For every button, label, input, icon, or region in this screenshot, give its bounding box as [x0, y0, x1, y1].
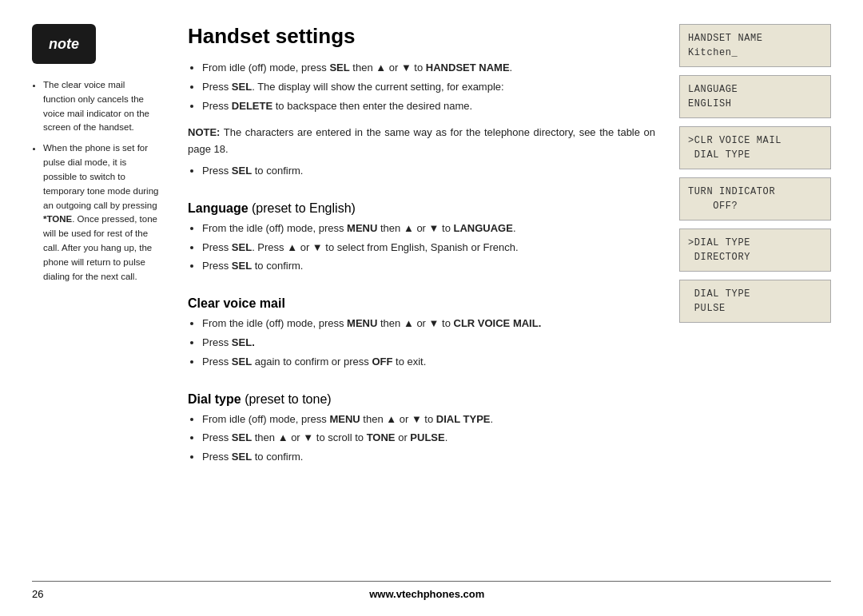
confirm-bullet-top: Press SEL to confirm.: [188, 163, 655, 182]
lcd-2-line-2: ENGLISH: [688, 97, 822, 111]
lcd-screen-5: >DIAL TYPE DIRECTORY: [679, 229, 831, 272]
section-clear-voicemail: Clear voice mail: [188, 296, 655, 311]
language-suffix: (preset to English): [252, 201, 356, 215]
lang-bullet-2: Press SEL. Press ▲ or ▼ to select from E…: [202, 240, 655, 256]
lcd-3-line-2: DIAL TYPE: [688, 148, 822, 162]
sidebar-bullet-1: The clear voice mail function only cance…: [43, 78, 159, 135]
main-content: Handset settings From idle (off) mode, p…: [172, 24, 671, 573]
lcd-4-line-2: OFF?: [688, 199, 822, 213]
lcd-5-line-2: DIRECTORY: [688, 250, 822, 264]
dial-bullet-1: From idle (off) mode, press MENU then ▲ …: [202, 411, 655, 428]
website: www.vtechphones.com: [369, 588, 484, 600]
lcd-screen-2: LANGUAGE ENGLISH: [679, 75, 831, 118]
dial-type-bullets: From idle (off) mode, press MENU then ▲ …: [188, 411, 655, 468]
lcd-4-line-1: TURN INDICATOR: [688, 185, 822, 199]
clr-voicemail-bullets: From the idle (off) mode, press MENU the…: [188, 316, 655, 372]
lcd-screen-3: >CLR VOICE MAIL DIAL TYPE: [679, 126, 831, 169]
left-sidebar: note The clear voice mail function only …: [32, 24, 172, 573]
right-panel: HANDSET NAME Kitchen_ LANGUAGE ENGLISH >…: [671, 24, 831, 573]
page-container: note The clear voice mail function only …: [0, 0, 863, 616]
sidebar-bullets: The clear voice mail function only cance…: [32, 78, 159, 290]
dial-bullet-3: Press SEL to confirm.: [202, 449, 655, 466]
note-inline: NOTE: The characters are entered in the …: [188, 125, 655, 158]
section-dial-type: Dial type (preset to tone): [188, 392, 655, 407]
lcd-1-line-2: Kitchen_: [688, 46, 822, 60]
footer: 26 www.vtechphones.com: [32, 581, 831, 600]
intro-bullet-3: Press DELETE to backspace then enter the…: [202, 98, 655, 115]
page-title: Handset settings: [188, 24, 655, 49]
sidebar-bullet-2: When the phone is set for pulse dial mod…: [43, 141, 159, 284]
intro-bullet-2: Press SEL. The display will show the cur…: [202, 79, 655, 96]
intro-bullets: From idle (off) mode, press SEL then ▲ o…: [188, 60, 655, 117]
lcd-6-line-1: DIAL TYPE: [688, 287, 822, 301]
section-language: Language (preset to English): [188, 201, 655, 216]
note-box: note: [32, 24, 96, 64]
confirm-item-top: Press SEL to confirm.: [202, 163, 655, 180]
language-bullets: From the idle (off) mode, press MENU the…: [188, 221, 655, 277]
note-label: note: [49, 36, 79, 53]
lcd-1-line-1: HANDSET NAME: [688, 31, 822, 46]
clr-bullet-2: Press SEL.: [202, 335, 655, 352]
clr-bullet-1: From the idle (off) mode, press MENU the…: [202, 316, 655, 332]
top-area: note The clear voice mail function only …: [32, 24, 831, 573]
lcd-5-line-1: >DIAL TYPE: [688, 236, 822, 250]
dial-bullet-2: Press SEL then ▲ or ▼ to scroll to TONE …: [202, 430, 655, 447]
lcd-6-line-2: PULSE: [688, 301, 822, 316]
intro-bullet-1: From idle (off) mode, press SEL then ▲ o…: [202, 60, 655, 77]
lcd-screen-4: TURN INDICATOR OFF?: [679, 177, 831, 221]
clr-bullet-3: Press SEL again to confirm or press OFF …: [202, 354, 655, 371]
lang-bullet-1: From the idle (off) mode, press MENU the…: [202, 221, 655, 237]
lang-bullet-3: Press SEL to confirm.: [202, 258, 655, 275]
lcd-2-line-1: LANGUAGE: [688, 82, 822, 97]
page-number: 26: [32, 588, 43, 600]
lcd-screen-1: HANDSET NAME Kitchen_: [679, 24, 831, 67]
lcd-3-line-1: >CLR VOICE MAIL: [688, 133, 822, 148]
dial-type-suffix: (preset to tone): [245, 392, 332, 406]
lcd-screen-6: DIAL TYPE PULSE: [679, 280, 831, 323]
